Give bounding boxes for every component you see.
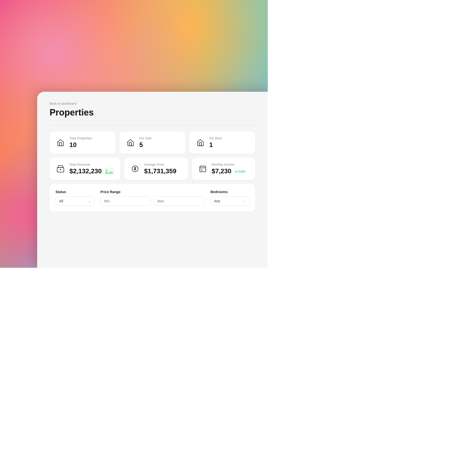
stat-card-for-rent: $ For Rent 1 xyxy=(189,131,255,154)
stats-row-1: Total Properties 10 $ For Sale 5 xyxy=(50,131,255,154)
stat-content-for-sale: For Sale 5 xyxy=(139,136,151,149)
stat-value-for-rent: 1 xyxy=(209,141,222,149)
bedrooms-filter-select[interactable]: Any ⌄ xyxy=(210,196,249,206)
revenue-badge: ▲ 33.3% xyxy=(104,168,114,175)
svg-rect-4 xyxy=(200,166,206,172)
stat-label-for-sale: For Sale xyxy=(139,136,151,140)
home-rent-icon: $ xyxy=(195,138,205,148)
stat-value-average-price: $1,731,359 xyxy=(144,167,176,175)
stat-card-average-price: Average Price $1,731,359 xyxy=(124,158,188,180)
bedrooms-filter-label: Bedrooms xyxy=(210,190,249,194)
stat-content-monthly-income: Monthly Income $7,230 ▲ 1 pro xyxy=(212,163,246,175)
home-icon xyxy=(56,138,65,148)
page-title: Properties xyxy=(50,107,255,118)
status-filter-value: All xyxy=(59,199,63,203)
stat-card-monthly-income: $ Monthly Income $7,230 ▲ 1 pro xyxy=(192,158,255,180)
income-badge: ▲ 1 pro xyxy=(233,169,246,173)
back-to-dashboard-link[interactable]: Back to dashboard xyxy=(50,102,255,105)
stat-value-total-properties: 10 xyxy=(69,141,92,149)
filters-grid: Status All ⌄ Price Range Bedrooms Any xyxy=(56,190,249,206)
stat-label-for-rent: For Rent xyxy=(209,136,222,140)
bag-icon xyxy=(56,164,65,174)
stat-card-total-properties: Total Properties 10 xyxy=(50,131,116,154)
stat-value-for-sale: 5 xyxy=(139,141,151,149)
status-filter-select[interactable]: All ⌄ xyxy=(56,196,94,206)
filters-card: Status All ⌄ Price Range Bedrooms Any xyxy=(50,184,255,212)
stat-card-for-sale: $ For Sale 5 xyxy=(119,131,185,154)
stat-content-average-price: Average Price $1,731,359 xyxy=(144,163,176,175)
stat-label-total-properties: Total Properties xyxy=(69,136,92,140)
stat-card-total-revenue: Total Revenue $2,132,230 ▲ 33.3% xyxy=(50,158,120,180)
price-range-inputs xyxy=(100,196,205,206)
chevron-down-icon-bedrooms: ⌄ xyxy=(243,199,246,203)
stat-content-total-revenue: Total Revenue $2,132,230 ▲ 33.3% xyxy=(69,163,114,175)
stat-value-total-revenue: $2,132,230 ▲ 33.3% xyxy=(69,167,114,175)
bedrooms-filter-group: Bedrooms Any ⌄ xyxy=(210,190,249,206)
stat-value-monthly-income: $7,230 ▲ 1 pro xyxy=(212,167,246,175)
price-range-filter-label: Price Range xyxy=(100,190,205,194)
svg-text:$: $ xyxy=(131,144,132,146)
divider xyxy=(50,125,255,125)
stat-label-monthly-income: Monthly Income xyxy=(212,163,246,166)
chevron-down-icon: ⌄ xyxy=(88,199,91,203)
price-min-input[interactable] xyxy=(100,196,151,206)
status-filter-group: Status All ⌄ xyxy=(56,190,94,206)
dollar-icon xyxy=(130,164,140,174)
stat-label-total-revenue: Total Revenue xyxy=(69,163,114,166)
stat-content-total-properties: Total Properties 10 xyxy=(69,136,92,149)
main-panel: Back to dashboard Properties Total Prope… xyxy=(37,92,268,268)
stat-label-average-price: Average Price xyxy=(144,163,176,166)
svg-text:$: $ xyxy=(201,144,202,146)
price-max-input[interactable] xyxy=(154,196,205,206)
bedrooms-filter-value: Any xyxy=(214,199,220,203)
stats-row-2: Total Revenue $2,132,230 ▲ 33.3% Average… xyxy=(50,158,255,180)
home-sale-icon: $ xyxy=(125,138,135,148)
price-range-filter-group: Price Range xyxy=(100,190,205,206)
stat-content-for-rent: For Rent 1 xyxy=(209,136,222,149)
calendar-dollar-icon: $ xyxy=(198,164,208,174)
svg-text:$: $ xyxy=(201,169,203,171)
status-filter-label: Status xyxy=(56,190,94,194)
